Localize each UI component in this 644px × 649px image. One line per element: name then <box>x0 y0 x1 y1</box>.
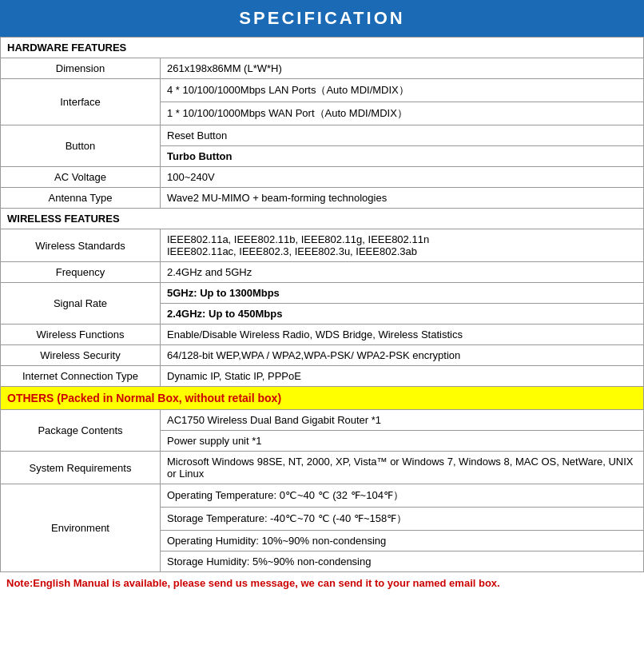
wireless-functions-row: Wireless Functions Enable/Disable Wirele… <box>1 324 644 345</box>
environment-row-1: Environment Operating Temperature: 0℃~40… <box>1 484 644 508</box>
frequency-label: Frequency <box>1 262 161 283</box>
ac-voltage-label: AC Voltage <box>1 167 161 188</box>
internet-connection-value: Dynamic IP, Static IP, PPPoE <box>161 366 644 387</box>
spec-table: HARDWARE FEATURES Dimension 261x198x86MM… <box>0 37 644 572</box>
system-requirements-value: Microsoft Windows 98SE, NT, 2000, XP, Vi… <box>161 452 644 484</box>
environment-value-2: Storage Temperature: -40℃~70 ℃ (-40 ℉~15… <box>161 508 644 531</box>
wireless-standards-label: Wireless Standards <box>1 229 161 262</box>
antenna-row: Antenna Type Wave2 MU-MIMO + beam-formin… <box>1 188 644 209</box>
antenna-value: Wave2 MU-MIMO + beam-forming technologie… <box>161 188 644 209</box>
hardware-section-header: HARDWARE FEATURES <box>1 38 644 58</box>
note-section: Note:English Manual is available, please… <box>0 572 644 594</box>
frequency-value: 2.4GHz and 5GHz <box>161 262 644 283</box>
signal-rate-value-2: 2.4GHz: Up to 450Mbps <box>161 304 644 324</box>
dimension-label: Dimension <box>1 58 161 79</box>
wireless-standards-value: IEEE802.11a, IEEE802.11b, IEEE802.11g, I… <box>161 229 644 262</box>
environment-value-1: Operating Temperature: 0℃~40 ℃ (32 ℉~104… <box>161 484 644 508</box>
antenna-label: Antenna Type <box>1 188 161 209</box>
internet-connection-label: Internet Connection Type <box>1 366 161 387</box>
wireless-functions-label: Wireless Functions <box>1 324 161 345</box>
package-contents-value-1: AC1750 Wireless Dual Band Gigabit Router… <box>161 410 644 431</box>
wireless-functions-value: Enable/Disable Wireless Radio, WDS Bridg… <box>161 324 644 345</box>
package-contents-row-1: Package Contents AC1750 Wireless Dual Ba… <box>1 410 644 431</box>
dimension-value: 261x198x86MM (L*W*H) <box>161 58 644 79</box>
signal-rate-label: Signal Rate <box>1 283 161 324</box>
wireless-standards-row: Wireless Standards IEEE802.11a, IEEE802.… <box>1 229 644 262</box>
dimension-row: Dimension 261x198x86MM (L*W*H) <box>1 58 644 79</box>
button-label: Button <box>1 125 161 167</box>
button-value-2: Turbo Button <box>161 146 644 167</box>
page-title: SPECIFICATION <box>0 8 644 29</box>
ac-voltage-value: 100~240V <box>161 167 644 188</box>
frequency-row: Frequency 2.4GHz and 5GHz <box>1 262 644 283</box>
hardware-header-row: HARDWARE FEATURES <box>1 38 644 58</box>
others-header: OTHERS (Packed in Normal Box, without re… <box>1 387 644 410</box>
specification-page: SPECIFICATION HARDWARE FEATURES Dimensio… <box>0 0 644 594</box>
signal-rate-value-1: 5GHz: Up to 1300Mbps <box>161 283 644 304</box>
wireless-security-row: Wireless Security 64/128-bit WEP,WPA / W… <box>1 345 644 366</box>
interface-label: Interface <box>1 79 161 125</box>
environment-value-3: Operating Humidity: 10%~90% non-condensi… <box>161 531 644 551</box>
interface-value-1: 4 * 10/100/1000Mbps LAN Ports（Auto MDI/M… <box>161 79 644 102</box>
signal-rate-row-1: Signal Rate 5GHz: Up to 1300Mbps <box>1 283 644 304</box>
wireless-header-row: WIRELESS FEATURES <box>1 209 644 229</box>
interface-row-1: Interface 4 * 10/100/1000Mbps LAN Ports（… <box>1 79 644 102</box>
internet-connection-row: Internet Connection Type Dynamic IP, Sta… <box>1 366 644 387</box>
system-requirements-label: System Requirements <box>1 452 161 484</box>
package-contents-label: Package Contents <box>1 410 161 452</box>
wireless-security-value: 64/128-bit WEP,WPA / WPA2,WPA-PSK/ WPA2-… <box>161 345 644 366</box>
interface-value-2: 1 * 10/100/1000Mbps WAN Port（Auto MDI/MD… <box>161 102 644 125</box>
button-row-1: Button Reset Button <box>1 125 644 146</box>
ac-voltage-row: AC Voltage 100~240V <box>1 167 644 188</box>
title-bar: SPECIFICATION <box>0 0 644 37</box>
environment-label: Environment <box>1 484 161 572</box>
package-contents-value-2: Power supply unit *1 <box>161 431 644 452</box>
wireless-section-header: WIRELESS FEATURES <box>1 209 644 229</box>
environment-value-4: Storage Humidity: 5%~90% non-condensing <box>161 551 644 572</box>
system-requirements-row: System Requirements Microsoft Windows 98… <box>1 452 644 484</box>
others-header-row: OTHERS (Packed in Normal Box, without re… <box>1 387 644 410</box>
button-value-1: Reset Button <box>161 125 644 146</box>
wireless-security-label: Wireless Security <box>1 345 161 366</box>
